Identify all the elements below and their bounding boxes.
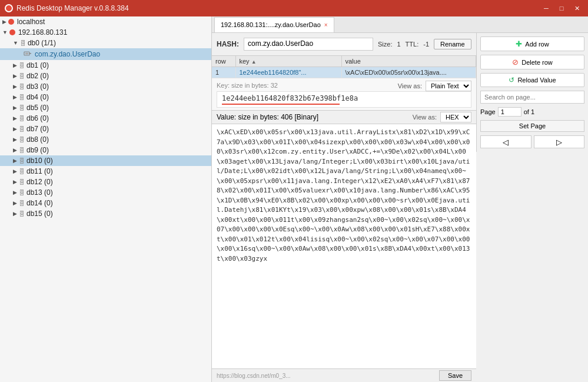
minus-circle-icon: ⊘ — [512, 58, 519, 67]
size-value: 1 — [397, 41, 400, 48]
col-value: value — [341, 56, 476, 67]
right-panel: ✚ Add row ⊘ Delete row ↺ Reload Value Pa… — [476, 33, 588, 152]
table-body: 1 1e244eeb1164820f8"... \xAC\xED\x00\x05… — [212, 67, 476, 78]
main-tab[interactable]: 192.168.80.131:....zy.dao.UserDao × — [214, 17, 334, 32]
delete-row-button[interactable]: ⊘ Delete row — [480, 55, 584, 69]
sidebar-item-192.168.80.131[interactable]: ▼ 192.168.80.131 — [0, 27, 211, 38]
db-icon: 🗄 — [19, 126, 25, 132]
sidebar: ▶ localhost▼ 192.168.80.131▼ 🗄 db0 (1/1)… — [0, 16, 212, 382]
col-key: key ▲ — [235, 56, 341, 67]
url-hint: https://blog.csdn.net/m0_3... — [217, 373, 291, 379]
tab-label: 192.168.80.131:....zy.dao.UserDao — [221, 21, 321, 28]
key-icon — [24, 49, 32, 59]
table-row[interactable]: 1 1e244eeb1164820f8"... \xAC\xED\x00\x05… — [212, 67, 476, 78]
minimize-button[interactable]: ─ — [540, 3, 553, 14]
sidebar-item-db15[interactable]: ▶ 🗄 db15 (0) — [0, 208, 211, 219]
expand-arrow: ▶ — [13, 105, 17, 111]
expand-arrow: ▶ — [13, 200, 17, 206]
cell-value: \xAC\xED\x00\x05sr\x00\x13java.... — [341, 67, 476, 78]
key-display[interactable]: 1e244eeb1164820f832b67e398bf1e8a — [217, 91, 471, 108]
sidebar-item-db13[interactable]: ▶ 🗄 db13 (0) — [0, 187, 211, 198]
bottom-bar: https://blog.csdn.net/m0_3... Save — [212, 368, 476, 382]
sidebar-item-db14[interactable]: ▶ 🗄 db14 (0) — [0, 198, 211, 208]
maximize-button[interactable]: □ — [555, 3, 568, 14]
db-icon: 🗄 — [19, 158, 25, 164]
sidebar-item-label: localhost — [17, 18, 45, 26]
sidebar-item-db4[interactable]: ▶ 🗄 db4 (0) — [0, 92, 211, 102]
sidebar-item-label: db10 (0) — [26, 157, 53, 165]
hash-value[interactable]: com.zy.dao.UserDao — [244, 38, 373, 51]
sidebar-item-db7[interactable]: ▶ 🗄 db7 (0) — [0, 124, 211, 134]
nav-row: ◁ ▷ — [480, 135, 584, 148]
save-button[interactable]: Save — [439, 370, 471, 381]
expand-arrow: ▶ — [13, 84, 17, 89]
sidebar-item-db10[interactable]: ▶ 🗄 db10 (0) — [0, 155, 211, 166]
sidebar-item-db5[interactable]: ▶ 🗄 db5 (0) — [0, 102, 211, 113]
db-icon: 🗄 — [19, 147, 25, 154]
key-underline — [222, 104, 340, 105]
db-icon: 🗄 — [19, 200, 25, 207]
col-row: row — [212, 56, 235, 67]
key-view-as-select[interactable]: Plain Text — [426, 81, 471, 91]
sidebar-item-label: db6 (0) — [26, 114, 49, 122]
db-icon: 🗄 — [19, 105, 25, 111]
sidebar-item-label: db12 (0) — [26, 178, 53, 186]
data-table: row key ▲ value 1 1e244eeb1164820f8"... … — [212, 56, 476, 78]
data-table-wrapper: row key ▲ value 1 1e244eeb1164820f8"... … — [212, 56, 476, 78]
cell-row: 1 — [212, 67, 235, 78]
expand-arrow: ▶ — [13, 137, 17, 142]
page-input[interactable] — [498, 107, 521, 117]
sidebar-item-localhost[interactable]: ▶ localhost — [0, 16, 211, 27]
value-content[interactable]: \xAC\xED\x00\x05sr\x00\x13java.util.Arra… — [212, 124, 476, 368]
titlebar-left: Redis Desktop Manager v.0.8.8.384 — [5, 4, 129, 12]
sidebar-item-db12[interactable]: ▶ 🗄 db12 (0) — [0, 177, 211, 187]
sort-arrow: ▲ — [251, 59, 257, 65]
sidebar-item-db3[interactable]: ▶ 🗄 db3 (0) — [0, 81, 211, 92]
expand-arrow: ▶ — [13, 126, 17, 132]
sidebar-item-label: db1 (0) — [26, 61, 49, 69]
db-icon: 🗄 — [19, 115, 25, 122]
sidebar-item-label: db9 (0) — [26, 146, 49, 154]
sidebar-item-db11[interactable]: ▶ 🗄 db11 (0) — [0, 166, 211, 177]
add-row-button[interactable]: ✚ Add row — [480, 36, 584, 51]
sidebar-item-db2[interactable]: ▶ 🗄 db2 (0) — [0, 71, 211, 81]
value-header: Value: size in bytes: 406 [Binary] View … — [212, 111, 476, 124]
prev-page-button[interactable]: ◁ — [480, 135, 531, 148]
search-input[interactable] — [480, 91, 584, 104]
server-icon — [8, 19, 14, 25]
sidebar-item-label: db8 (0) — [26, 135, 49, 144]
svg-rect-1 — [25, 53, 28, 55]
key-section: Key: size in bytes: 32 View as: Plain Te… — [212, 78, 476, 111]
value-view-as-select[interactable]: HEX — [440, 112, 471, 122]
expand-arrow: ▶ — [13, 179, 17, 185]
sidebar-item-label: db14 (0) — [26, 199, 53, 207]
rename-button[interactable]: Rename — [434, 39, 471, 49]
expand-arrow: ▶ — [2, 19, 6, 25]
sidebar-item-db0[interactable]: ▼ 🗄 db0 (1/1) — [0, 38, 211, 48]
sidebar-item-label: 192.168.80.131 — [18, 28, 67, 36]
ttl-label: TTL: — [406, 41, 419, 48]
sidebar-item-com.zy.dao.UserDao[interactable]: com.zy.dao.UserDao — [0, 48, 211, 60]
reload-icon: ↺ — [509, 76, 514, 84]
close-button[interactable]: ✕ — [570, 3, 583, 14]
sidebar-item-db9[interactable]: ▶ 🗄 db9 (0) — [0, 145, 211, 155]
file-tree: ▶ localhost▼ 192.168.80.131▼ 🗄 db0 (1/1)… — [0, 16, 211, 219]
sidebar-item-label: db0 (1/1) — [28, 39, 56, 47]
sidebar-item-label: db4 (0) — [26, 93, 49, 101]
titlebar-controls: ─ □ ✕ — [540, 3, 583, 14]
plus-icon: ✚ — [516, 39, 522, 48]
sidebar-item-db8[interactable]: ▶ 🗄 db8 (0) — [0, 134, 211, 145]
main-content: HASH: com.zy.dao.UserDao Size: 1 TTL: -1… — [212, 33, 588, 382]
app-title: Redis Desktop Manager v.0.8.8.384 — [16, 4, 129, 12]
reload-value-button[interactable]: ↺ Reload Value — [480, 73, 584, 87]
db-icon: 🗄 — [19, 62, 25, 69]
db-icon: 🗄 — [20, 40, 26, 46]
sidebar-item-db1[interactable]: ▶ 🗄 db1 (0) — [0, 60, 211, 71]
page-label: Page — [480, 108, 496, 115]
sidebar-item-db6[interactable]: ▶ 🗄 db6 (0) — [0, 113, 211, 124]
next-page-button[interactable]: ▷ — [534, 135, 585, 148]
tab-close-icon[interactable]: × — [324, 22, 328, 28]
set-page-button[interactable]: Set Page — [480, 120, 584, 132]
value-label: Value: size in bytes: 406 [Binary] — [217, 113, 318, 121]
main-layout: ▶ localhost▼ 192.168.80.131▼ 🗄 db0 (1/1)… — [0, 16, 588, 382]
